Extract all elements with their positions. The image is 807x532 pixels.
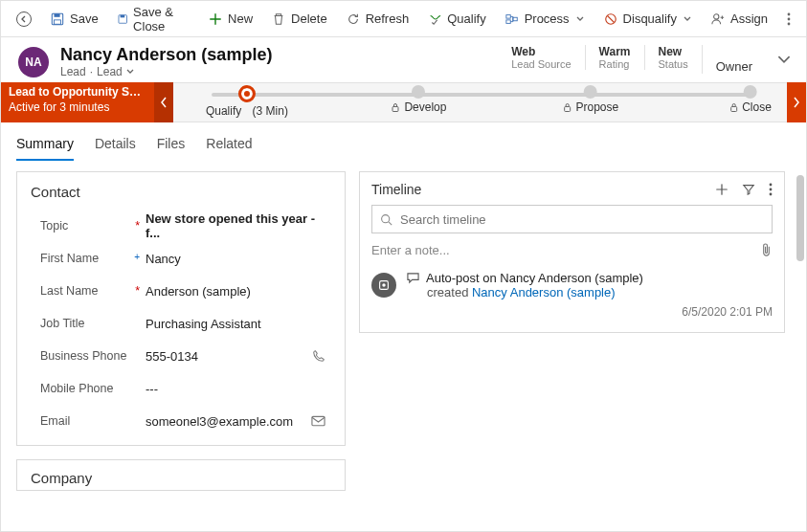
avatar-initials: NA	[25, 55, 41, 69]
cmd-label: Refresh	[366, 11, 410, 26]
stage-label: Develop	[404, 100, 446, 114]
svg-point-20	[382, 214, 390, 222]
timeline-title: Timeline	[371, 182, 421, 197]
qualify-button[interactable]: Qualify	[420, 8, 493, 30]
field-value: New store opened this year - f...	[146, 211, 331, 240]
chevron-down-icon	[777, 53, 791, 66]
timeline-add-button[interactable]	[715, 183, 729, 196]
svg-point-22	[382, 283, 386, 287]
field-label: First Name	[31, 252, 146, 265]
new-button[interactable]: New	[201, 8, 260, 30]
form-selector[interactable]: Lead	[97, 65, 135, 78]
assign-button[interactable]: Assign	[704, 8, 775, 30]
field-email[interactable]: Email someonel3@example.com	[31, 405, 331, 437]
cmd-label: Process	[525, 11, 570, 26]
svg-rect-5	[506, 14, 510, 18]
header-field-rating[interactable]: Warm Rating	[585, 45, 644, 70]
timeline-item-timestamp: 6/5/2020 2:01 PM	[406, 305, 773, 319]
form-tabs: Summary Details Files Related	[1, 122, 806, 162]
field-last-name[interactable]: Last Name Anderson (sample)	[31, 275, 331, 307]
bpf-next-button[interactable]	[787, 82, 806, 122]
refresh-button[interactable]: Refresh	[339, 8, 417, 30]
search-icon	[380, 213, 392, 226]
attachment-button[interactable]	[760, 243, 773, 257]
field-label: Mobile Phone	[31, 382, 146, 395]
timeline-search[interactable]	[371, 205, 773, 233]
bpf-stage-develop[interactable]: Develop	[391, 85, 446, 114]
lock-icon	[391, 102, 400, 112]
field-first-name[interactable]: First Name Nancy	[31, 242, 331, 275]
field-business-phone[interactable]: Business Phone 555-0134	[31, 340, 331, 372]
timeline-item-link[interactable]: Nancy Anderson (sample)	[472, 285, 616, 299]
timeline-section: Timeline Enter a note...	[359, 171, 785, 333]
field-value: Nancy	[146, 252, 331, 266]
phone-icon[interactable]	[312, 349, 325, 363]
bpf-flag[interactable]: Lead to Opportunity Sale... Active for 3…	[1, 82, 154, 122]
header-field-owner[interactable]: Owner	[702, 45, 766, 74]
field-value: 555-0134	[146, 349, 198, 364]
chevron-right-icon	[793, 97, 800, 108]
cmd-label: New	[228, 11, 253, 26]
timeline-search-input[interactable]	[398, 211, 764, 228]
process-button[interactable]: Process	[498, 8, 593, 30]
bpf-prev-button[interactable]	[154, 82, 173, 122]
stage-label: Close	[742, 100, 772, 114]
more-vertical-icon	[787, 12, 791, 26]
header-field-lead-source[interactable]: Web Lead Source	[498, 45, 584, 70]
svg-rect-2	[55, 19, 61, 23]
timeline-item[interactable]: Auto-post on Nancy Anderson (sample) cre…	[371, 271, 773, 319]
field-value: Anderson (sample)	[146, 284, 331, 299]
bpf-stage-close[interactable]: Close	[729, 85, 772, 114]
overflow-button[interactable]	[779, 9, 798, 30]
header-expand-button[interactable]	[777, 53, 791, 66]
tab-related[interactable]: Related	[206, 130, 252, 161]
field-topic[interactable]: Topic New store opened this year - f...	[31, 210, 331, 242]
cmd-label: Assign	[730, 11, 768, 26]
svg-rect-13	[392, 107, 398, 112]
disqualify-button[interactable]: Disqualify	[596, 8, 700, 30]
header-field-status[interactable]: New Status	[644, 45, 702, 70]
tab-files[interactable]: Files	[157, 130, 186, 161]
tab-details[interactable]: Details	[95, 130, 136, 161]
save-button[interactable]: Save	[43, 8, 106, 30]
bpf-stage-propose[interactable]: Propose	[563, 85, 619, 114]
svg-point-17	[770, 184, 773, 187]
stage-label: Propose	[576, 100, 619, 114]
field-mobile-phone[interactable]: Mobile Phone ---	[31, 372, 331, 405]
disqualify-icon	[604, 12, 617, 26]
lock-icon	[729, 102, 738, 112]
email-icon[interactable]	[311, 415, 325, 427]
svg-rect-16	[312, 416, 325, 425]
chevron-down-icon	[683, 14, 692, 24]
timeline-note-input[interactable]: Enter a note...	[371, 243, 773, 257]
autopost-icon	[371, 273, 396, 298]
back-button[interactable]	[9, 8, 39, 31]
hf-value: New	[659, 45, 688, 58]
delete-button[interactable]: Delete	[264, 8, 335, 30]
timeline-more-button[interactable]	[769, 183, 773, 196]
field-value: Purchasing Assistant	[146, 317, 331, 331]
record-header: NA Nancy Anderson (sample) Lead · Lead W…	[1, 37, 806, 82]
cmd-label: Save & Close	[133, 5, 190, 33]
plus-icon	[715, 183, 729, 196]
save-close-button[interactable]: Save & Close	[110, 1, 197, 37]
field-job-title[interactable]: Job Title Purchasing Assistant	[31, 307, 331, 340]
hf-label: Lead Source	[511, 58, 571, 70]
section-title: Contact	[31, 184, 331, 200]
field-label: Business Phone	[31, 349, 146, 363]
timeline-filter-button[interactable]	[742, 183, 755, 196]
svg-point-11	[788, 17, 791, 20]
svg-rect-1	[55, 13, 60, 17]
field-value: ---	[146, 382, 331, 396]
record-title: Nancy Anderson (sample)	[60, 45, 272, 65]
back-icon	[16, 11, 32, 27]
cmd-label: Disqualify	[623, 11, 677, 26]
scrollbar[interactable]	[796, 175, 804, 261]
svg-rect-4	[120, 14, 124, 17]
chat-icon	[406, 272, 420, 284]
tab-summary[interactable]: Summary	[16, 130, 74, 161]
svg-point-18	[770, 188, 773, 191]
note-placeholder: Enter a note...	[371, 243, 450, 257]
bpf-stage-qualify[interactable]: Qualify (3 Min)	[206, 85, 288, 118]
paperclip-icon	[760, 243, 773, 257]
